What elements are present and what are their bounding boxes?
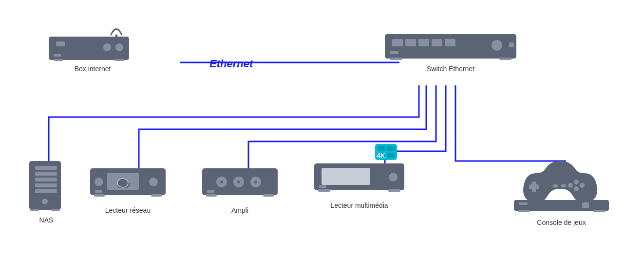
svg-rect-41	[151, 194, 162, 197]
svg-rect-13	[418, 39, 429, 46]
lecteur-reseau-device: Lecteur réseau	[90, 166, 166, 214]
svg-point-46	[220, 181, 223, 183]
svg-rect-53	[378, 146, 385, 151]
svg-rect-40	[94, 194, 105, 197]
lecteur-multimedia-icon: 4K	[314, 161, 404, 198]
svg-rect-62	[318, 189, 330, 192]
svg-rect-65	[529, 184, 539, 189]
svg-rect-54	[387, 146, 395, 151]
svg-rect-51	[263, 194, 274, 197]
svg-rect-76	[593, 210, 605, 212]
console-jeux-icon	[514, 159, 609, 215]
svg-rect-61	[319, 185, 326, 188]
svg-rect-71	[561, 184, 566, 187]
ampli-device: Ampli	[202, 166, 278, 214]
svg-rect-56	[387, 153, 395, 158]
svg-point-60	[389, 173, 398, 181]
svg-rect-20	[390, 51, 398, 54]
svg-point-69	[568, 183, 573, 188]
lecteur-multimedia-device: 4K Lecteur multimédia	[314, 161, 404, 209]
svg-point-6	[115, 43, 123, 51]
svg-point-48	[254, 181, 257, 183]
svg-rect-17	[509, 42, 514, 47]
lecteur-multimedia-label: Lecteur multimédia	[330, 201, 388, 209]
svg-rect-23	[35, 172, 57, 176]
ampli-icon	[202, 166, 278, 202]
svg-rect-59	[322, 168, 370, 185]
svg-point-47	[237, 181, 240, 183]
svg-text:4K: 4K	[377, 152, 385, 160]
svg-point-16	[492, 40, 502, 51]
nas-label: NAS	[39, 216, 54, 224]
svg-rect-7	[54, 59, 63, 61]
svg-point-5	[103, 43, 111, 51]
switch-ethernet-icon	[385, 22, 516, 61]
svg-rect-50	[206, 194, 217, 197]
svg-point-68	[574, 186, 579, 191]
box-internet-device: Box internet	[49, 22, 136, 73]
svg-rect-25	[35, 183, 57, 187]
ampli-label: Ampli	[231, 206, 248, 214]
svg-point-37	[95, 178, 103, 186]
svg-point-27	[42, 199, 48, 204]
svg-rect-18	[390, 58, 402, 60]
console-jeux-device: Console de jeux	[514, 159, 609, 226]
svg-rect-14	[432, 39, 442, 46]
svg-rect-24	[35, 178, 57, 181]
svg-rect-15	[445, 39, 455, 46]
svg-rect-72	[514, 200, 609, 211]
svg-rect-39	[95, 190, 102, 193]
svg-rect-11	[392, 39, 403, 46]
lecteur-reseau-label: Lecteur réseau	[105, 206, 151, 214]
svg-rect-28	[30, 209, 39, 211]
box-internet-icon	[49, 22, 136, 61]
svg-rect-26	[35, 189, 57, 193]
switch-ethernet-label: Switch Ethernet	[427, 65, 474, 73]
svg-rect-8	[114, 59, 124, 61]
svg-rect-12	[405, 39, 416, 46]
svg-rect-75	[518, 210, 530, 212]
svg-rect-4	[56, 41, 65, 46]
svg-rect-73	[582, 202, 589, 208]
svg-rect-19	[499, 58, 511, 60]
svg-point-67	[580, 183, 585, 188]
svg-point-1	[115, 35, 118, 37]
nas-device: NAS	[24, 161, 68, 224]
svg-rect-9	[54, 54, 61, 57]
nas-icon	[24, 161, 68, 212]
svg-rect-74	[519, 202, 528, 205]
svg-rect-29	[51, 209, 60, 211]
svg-rect-22	[35, 166, 57, 170]
box-internet-label: Box internet	[75, 65, 111, 73]
svg-point-38	[149, 178, 158, 186]
network-diagram: Ethernet	[0, 0, 644, 261]
svg-rect-49	[207, 190, 214, 193]
svg-rect-63	[388, 189, 400, 192]
svg-rect-70	[553, 184, 558, 187]
lecteur-reseau-icon	[90, 166, 166, 202]
switch-ethernet-device: Switch Ethernet	[385, 22, 516, 73]
svg-point-66	[574, 180, 579, 184]
ethernet-label: Ethernet	[209, 58, 253, 70]
console-jeux-label: Console de jeux	[537, 219, 586, 226]
